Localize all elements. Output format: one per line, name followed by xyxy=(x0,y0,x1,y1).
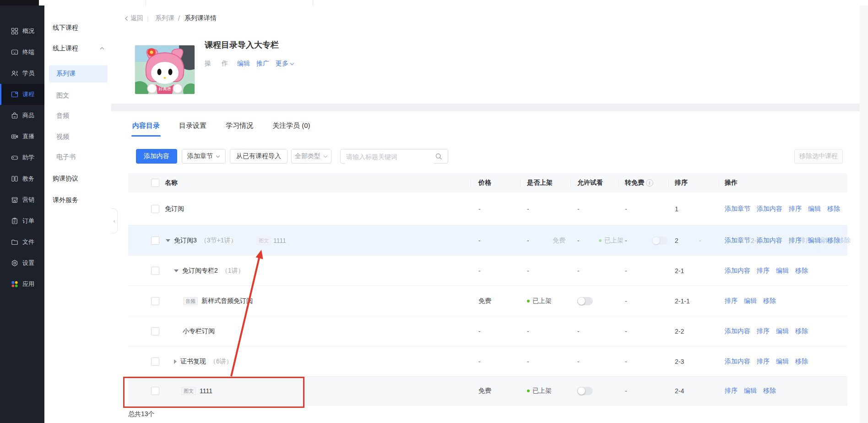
add-content-link[interactable]: 添加内容 xyxy=(725,267,750,275)
sidebar-item-live[interactable]: 直播 xyxy=(0,126,44,147)
sidebar-item-label: 课程 xyxy=(22,90,34,99)
sort-link[interactable]: 排序 xyxy=(789,205,802,213)
edit-link[interactable]: 编辑 xyxy=(808,236,821,245)
row-actions: 排序 编辑 移除 xyxy=(725,297,776,305)
subnav-series-course-selected[interactable]: 系列课 xyxy=(49,65,108,82)
edit-link[interactable]: 编辑 xyxy=(776,327,789,335)
type-filter-select[interactable]: 全部类型 xyxy=(291,149,331,164)
price-cell: - xyxy=(478,267,481,275)
edit-link[interactable]: 编辑 xyxy=(776,357,789,366)
remove-link[interactable]: 移除 xyxy=(795,357,808,366)
sidebar-item-files[interactable]: 文件 xyxy=(0,231,44,253)
expand-triangle-icon[interactable] xyxy=(174,359,177,364)
table-row-drop-target: 图文 1111 免费 已上架 - 2-4 排序 编辑 移除 免订阅3 （3节+1… xyxy=(128,225,847,256)
add-content-link[interactable]: 添加内容 xyxy=(757,236,782,245)
subnav-online-courses[interactable]: 线上课程 xyxy=(53,44,78,53)
search-icon[interactable] xyxy=(435,153,442,160)
sort-link[interactable]: 排序 xyxy=(789,236,802,245)
sidebar-item-academic[interactable]: 教务 xyxy=(0,168,44,189)
subnav-video[interactable]: 视频 xyxy=(56,133,69,141)
subnav-purchase-agreement[interactable]: 购课协议 xyxy=(53,175,78,183)
subnav-extracurricular[interactable]: 课外服务 xyxy=(53,196,78,204)
edit-course-link[interactable]: 编辑 xyxy=(237,60,250,68)
remove-link[interactable]: 移除 xyxy=(827,205,840,213)
add-chapter-dropdown-button[interactable]: 添加章节 xyxy=(182,149,226,164)
sidebar-item-orders[interactable]: 订单 xyxy=(0,210,44,231)
sidebar-item-terminal[interactable]: 终端 xyxy=(0,42,44,63)
sort-link[interactable]: 排序 xyxy=(725,297,738,305)
promote-course-link[interactable]: 推广 xyxy=(256,60,269,68)
sort-link[interactable]: 排序 xyxy=(757,267,770,275)
subnav-offline-courses[interactable]: 线下课程 xyxy=(53,24,78,32)
collapse-triangle-icon[interactable] xyxy=(174,269,179,272)
remove-link[interactable]: 移除 xyxy=(763,387,776,395)
price-cell: 免费 xyxy=(478,297,491,305)
breadcrumb-separator: / xyxy=(178,15,180,22)
tab-content-catalog[interactable]: 内容目录 xyxy=(132,121,160,137)
shelf-cell: - xyxy=(527,358,529,365)
info-icon[interactable]: i xyxy=(646,179,653,187)
sidebar-item-courses[interactable]: 课程 xyxy=(0,84,44,105)
more-actions-dropdown[interactable]: 更多 xyxy=(276,60,294,68)
tab-catalog-settings[interactable]: 目录设置 xyxy=(179,121,206,137)
row-checkbox[interactable] xyxy=(151,357,159,366)
remove-link[interactable]: 移除 xyxy=(795,327,808,335)
sidebar-item-goods[interactable]: 商品 xyxy=(0,105,44,126)
sidebar-item-settings[interactable]: 设置 xyxy=(0,253,44,274)
row-checkbox[interactable] xyxy=(151,205,159,213)
sort-link[interactable]: 排序 xyxy=(757,327,770,335)
sort-link[interactable]: 排序 xyxy=(757,357,770,366)
sidebar-item-students[interactable]: 学员 xyxy=(0,63,44,84)
course-detail-card: 内容目录 目录设置 学习情况 关注学员 (0) 添加内容 添加章节 从已有课程导… xyxy=(111,111,860,423)
remove-link[interactable]: 移除 xyxy=(827,236,840,245)
import-from-courses-button[interactable]: 从已有课程导入 xyxy=(230,149,288,164)
add-chapter-link[interactable]: 添加章节 xyxy=(725,236,750,245)
sidebar-item-apps[interactable]: 应用 xyxy=(0,274,44,295)
add-content-button[interactable]: 添加内容 xyxy=(136,149,177,164)
tab-followed-students[interactable]: 关注学员 (0) xyxy=(272,121,310,137)
course-cover-image: 好离谱 xyxy=(135,45,195,94)
table-row: 证书复现 （6讲） - - - - 2-3 添加内容 排序 编辑 移除 xyxy=(128,346,847,377)
row-name: 免订阅3 （3节+1讲） xyxy=(166,236,237,245)
row-checkbox[interactable] xyxy=(151,236,159,245)
add-content-link[interactable]: 添加内容 xyxy=(725,357,750,366)
add-content-link[interactable]: 添加内容 xyxy=(757,205,782,213)
remove-link[interactable]: 移除 xyxy=(763,297,776,305)
sort-link[interactable]: 排序 xyxy=(725,387,738,395)
search-input[interactable] xyxy=(345,149,434,164)
trial-toggle[interactable] xyxy=(577,297,593,305)
row-checkbox[interactable] xyxy=(151,327,159,335)
sidebar-collapse-handle[interactable]: ‹ xyxy=(111,209,118,233)
subnav-ebook[interactable]: 电子书 xyxy=(56,153,76,161)
price-cell: 免费 xyxy=(478,387,491,395)
sidebar-item-marketing[interactable]: 营销 xyxy=(0,189,44,210)
edit-link[interactable]: 编辑 xyxy=(808,205,821,213)
edit-link[interactable]: 编辑 xyxy=(744,387,757,395)
back-chevron-icon xyxy=(125,16,128,21)
col-free: 转免费 i xyxy=(625,179,653,187)
row-checkbox[interactable] xyxy=(151,297,159,305)
apps-icon xyxy=(11,280,18,288)
add-content-link[interactable]: 添加内容 xyxy=(725,327,750,335)
chevron-down-icon xyxy=(323,155,328,158)
remove-link[interactable]: 移除 xyxy=(795,267,808,275)
edit-link[interactable]: 编辑 xyxy=(744,297,757,305)
row-name: 音频 新样式音频免订阅 xyxy=(183,297,253,305)
sidebar-item-teaching-aid[interactable]: 助学 xyxy=(0,147,44,168)
scrollbar-track[interactable] xyxy=(859,5,868,423)
remove-selected-button[interactable]: 移除选中课程 xyxy=(794,149,843,164)
add-chapter-link[interactable]: 添加章节 xyxy=(725,205,750,213)
breadcrumb-parent[interactable]: 系列课 xyxy=(155,14,174,22)
back-link[interactable]: 返回 xyxy=(125,14,143,22)
tab-learning-status[interactable]: 学习情况 xyxy=(226,121,253,137)
subnav-image-text[interactable]: 图文 xyxy=(56,92,69,100)
row-checkbox[interactable] xyxy=(151,267,159,275)
select-all-checkbox[interactable] xyxy=(151,179,159,187)
subnav-audio[interactable]: 音频 xyxy=(56,112,69,120)
sidebar-item-overview[interactable]: 概况 xyxy=(0,21,44,42)
edit-link[interactable]: 编辑 xyxy=(776,267,789,275)
shelf-cell: 已上架 xyxy=(527,297,552,305)
trial-toggle[interactable] xyxy=(577,387,593,395)
chevron-up-icon[interactable] xyxy=(100,47,104,50)
collapse-triangle-icon[interactable] xyxy=(166,239,170,242)
